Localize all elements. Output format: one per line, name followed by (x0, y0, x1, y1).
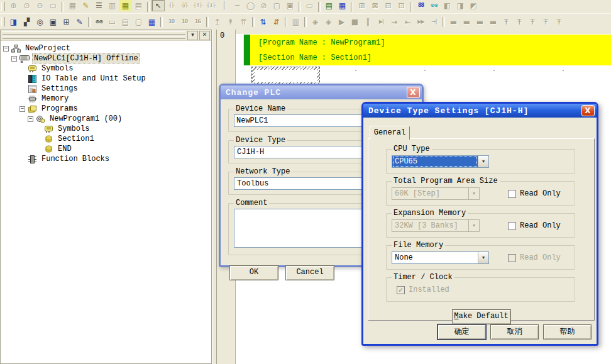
find-icon[interactable]: ⊙⊙ (92, 16, 106, 28)
step-out-icon: ⇤ (401, 16, 414, 28)
toolbar-separator (252, 17, 255, 27)
coil-icon: ◯ (244, 0, 257, 11)
chevron-down-icon[interactable]: ▼ (478, 252, 488, 263)
time-chart-icon: ▬ (487, 16, 500, 28)
watch-window-icon[interactable]: 88 (414, 0, 427, 11)
transfer-from-plc-icon[interactable]: ⇵ (270, 16, 283, 28)
cancel-button[interactable]: Cancel (285, 265, 334, 280)
tree-item-end[interactable]: END (1, 144, 211, 154)
new-view-icon[interactable]: ◨ (7, 16, 20, 28)
expansion-memory-combo: 32KW [3 Banks] ▼ (392, 219, 480, 232)
tree-item-newprogram1-00[interactable]: −NewProgram1 (00) (1, 114, 211, 124)
memory-icon (28, 95, 38, 103)
file-memory-combo[interactable]: None ▼ (392, 251, 489, 264)
insert-row-icon: ⊟ (382, 0, 395, 11)
cascade-windows-icon[interactable]: ▣ (47, 16, 60, 28)
project-tree: −NewProject−NewPLC1[CJ1H-H] OfflineSymbo… (1, 41, 211, 164)
tree-collapse-icon[interactable]: − (19, 106, 25, 112)
rung-annotation-icon[interactable]: ☰ (92, 0, 106, 11)
comment-icon[interactable]: ✎ (79, 0, 92, 11)
new-window-icon[interactable]: ⊞ (60, 16, 73, 28)
device-settings-titlebar[interactable]: Device Type Settings [CJ1H-H] X (363, 104, 597, 118)
tree-item-section1[interactable]: Section1 (1, 134, 211, 144)
tree-item-label: Settings (40, 84, 79, 93)
cx-programmer-window: ⊕⊙⊖▭▦✎☰▥▦▤↖┤├┤/├┤↑├┤↓├│─◯⊘▢▣▭▤▦⊞⊠⊟⊡88⊙⊙◧… (0, 0, 611, 364)
ok-button[interactable]: 确定 (438, 324, 486, 339)
close-icon[interactable]: X (581, 105, 595, 116)
tree-item-symbols[interactable]: Symbols (1, 124, 211, 134)
properties-icon[interactable]: ✎ (73, 16, 86, 28)
workspace-grip-bar[interactable]: ▾ ✕ (1, 30, 211, 41)
tree-item-newproject[interactable]: −NewProject (1, 43, 211, 53)
tree-item-memory[interactable]: Memory (1, 94, 211, 104)
file-memory-group: File Memory None ▼ Read Only (386, 241, 575, 270)
monitor-window-icon: ▥ (106, 0, 119, 11)
force-cancel-icon: ⇈ (237, 16, 250, 28)
section-icon (44, 145, 54, 153)
program-header-highlight: [Program Name : NewProgram1] [Section Na… (243, 35, 611, 65)
pause-icon: ‖ (361, 16, 375, 28)
toolbar-grip[interactable] (1, 17, 5, 26)
toolbar-grip[interactable] (1, 2, 5, 11)
change-plc-titlebar[interactable]: Change PLC X (221, 85, 422, 99)
io-comment-icon[interactable]: ▦ (336, 0, 349, 11)
tree-item-settings[interactable]: Settings (1, 84, 211, 94)
tree-collapse-icon[interactable]: − (28, 116, 33, 122)
tree-indent (19, 157, 25, 162)
iotable-icon (28, 75, 38, 83)
find-dialog-icon: ▢ (132, 16, 145, 28)
tree-indent (19, 76, 25, 82)
find-window-icon[interactable]: ◎ (33, 16, 47, 28)
project-icon (11, 45, 21, 53)
toolbar-separator (160, 17, 163, 27)
read-only-label: Read Only (520, 253, 561, 262)
help-button[interactable]: 帮助 (543, 324, 592, 339)
toolbar-separator (304, 17, 307, 27)
cross-reference-icon[interactable]: ⊙⊙ (427, 0, 441, 11)
step-in-icon: ⇥ (388, 16, 401, 28)
tree-item-newplc1-cj1h-h-offline[interactable]: −NewPLC1[CJ1H-H] Offline (1, 53, 211, 63)
tree-item-symbols[interactable]: Symbols (1, 63, 211, 74)
tree-item-label: NewPLC1[CJ1H-H] Offline (32, 53, 140, 63)
tile-windows-icon: ▤ (132, 0, 145, 11)
contact-nc-icon: ┤/├ (178, 0, 191, 11)
select-tool-icon[interactable]: ↖ (151, 0, 165, 11)
section-name-line: [Section Name : Section1] (258, 53, 372, 62)
panel-splitter[interactable] (212, 30, 217, 364)
general-tab-panel: CPU Type CPU65 ▼ Total Program Area Size… (368, 138, 595, 321)
grid-icon: ▦ (66, 0, 79, 11)
ok-button[interactable]: OK (229, 265, 278, 280)
tree-indent (36, 126, 41, 132)
tree-collapse-icon[interactable]: − (11, 56, 17, 62)
toolbar-row-ladder: ⊕⊙⊖▭▦✎☰▥▦▤↖┤├┤/├┤↑├┤↓├│─◯⊘▢▣▭▤▦⊞⊠⊟⊡88⊙⊙◧… (0, 0, 611, 14)
cpu-type-combo[interactable]: CPU65 ▼ (392, 155, 489, 168)
tree-item-programs[interactable]: −Programs (1, 104, 211, 114)
ladder-cursor-cell[interactable] (251, 67, 320, 85)
tab-general[interactable]: General (370, 126, 410, 140)
invert-instruction-icon: ▣ (283, 0, 297, 11)
cancel-button[interactable]: 取消 (490, 324, 539, 339)
diff-both-icon: Ŧ (539, 16, 553, 28)
tree-collapse-icon[interactable]: − (3, 46, 9, 52)
chevron-down-icon[interactable]: ▼ (478, 156, 488, 167)
diff-clear-icon: Ŧ (553, 16, 566, 28)
timer-clock-label: Timer / Clock (392, 273, 454, 282)
tree-item-io-table-and-unit-setup[interactable]: IO Table and Unit Setup (1, 74, 211, 84)
expansion-readonly-checkbox[interactable] (508, 222, 516, 230)
workspace-close-button[interactable]: ✕ (199, 31, 210, 40)
tree-item-function-blocks[interactable]: Function Blocks (1, 154, 211, 164)
zoom-custom-icon: ⊙ (20, 0, 33, 11)
read-only-label: Read Only (520, 221, 561, 230)
program-area-readonly-checkbox[interactable] (508, 190, 516, 198)
hammer-icon[interactable]: ▞ (20, 16, 33, 28)
transfer-to-plc-icon[interactable]: ⇅ (256, 16, 270, 28)
address-grid-icon[interactable]: ▦ (119, 0, 132, 11)
make-default-button[interactable]: Make Default (452, 309, 511, 324)
watch-sheet-icon[interactable]: ▦ (145, 16, 158, 28)
function-list-icon[interactable]: ▤ (322, 0, 336, 11)
program-name-line: [Program Name : NewProgram1] (258, 38, 385, 47)
workspace-dropdown-button[interactable]: ▾ (187, 31, 198, 40)
close-icon[interactable]: X (407, 87, 420, 98)
workspace-grip-lines[interactable] (1, 31, 187, 40)
toolbar-separator (318, 2, 321, 12)
